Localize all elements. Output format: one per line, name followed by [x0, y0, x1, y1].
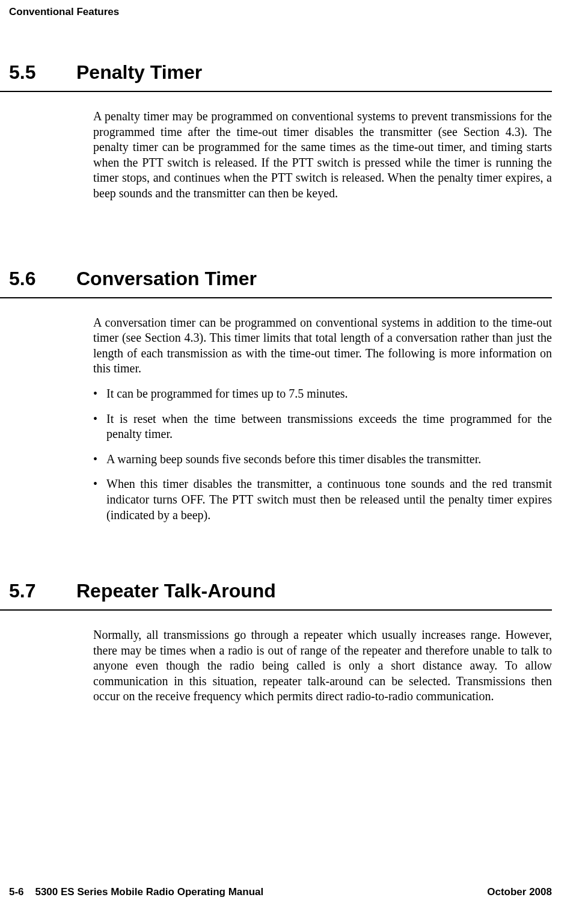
list-item: A warning beep sounds five seconds befor… — [93, 452, 552, 467]
paragraph: A penalty timer may be programmed on con… — [93, 109, 552, 202]
section-number: 5.6 — [9, 268, 76, 290]
chapter-title: Conventional Features — [9, 6, 119, 17]
section-number: 5.5 — [9, 61, 76, 84]
section-title: Conversation Timer — [76, 268, 257, 289]
list-item: When this timer disables the transmitter… — [93, 476, 552, 523]
section-heading: 5.5Penalty Timer — [0, 61, 552, 92]
list-item: It is reset when the time between transm… — [93, 411, 552, 442]
footer-left: 5-6 5300 ES Series Mobile Radio Operatin… — [9, 886, 263, 898]
bullet-list: It can be programmed for times up to 7.5… — [93, 386, 552, 523]
footer-right: October 2008 — [487, 886, 552, 898]
section-heading: 5.6Conversation Timer — [0, 268, 552, 298]
section-conversation-timer: 5.6Conversation Timer A conversation tim… — [0, 268, 588, 523]
section-body: A penalty timer may be programmed on con… — [93, 109, 552, 202]
section-repeater-talk-around: 5.7Repeater Talk-Around Normally, all tr… — [0, 580, 588, 704]
paragraph: Normally, all transmissions go through a… — [93, 627, 552, 704]
page-footer: 5-6 5300 ES Series Mobile Radio Operatin… — [0, 886, 588, 898]
section-number: 5.7 — [9, 580, 76, 602]
section-penalty-timer: 5.5Penalty Timer A penalty timer may be … — [0, 61, 588, 202]
paragraph: A conversation timer can be programmed o… — [93, 315, 552, 377]
page-header: Conventional Features — [0, 0, 588, 18]
section-body: A conversation timer can be programmed o… — [93, 315, 552, 523]
section-title: Repeater Talk-Around — [76, 580, 276, 602]
section-title: Penalty Timer — [76, 61, 202, 83]
section-body: Normally, all transmissions go through a… — [93, 627, 552, 704]
section-heading: 5.7Repeater Talk-Around — [0, 580, 552, 611]
list-item: It can be programmed for times up to 7.5… — [93, 386, 552, 402]
